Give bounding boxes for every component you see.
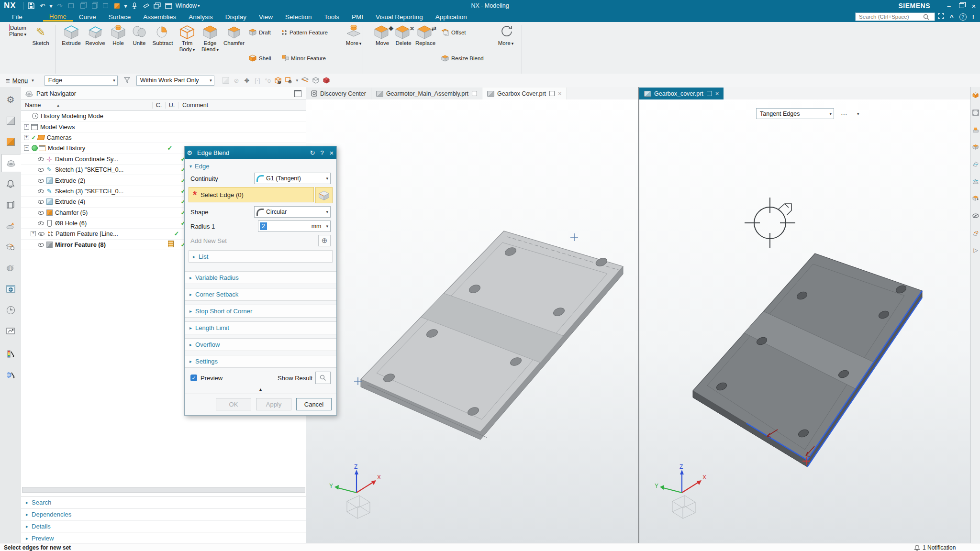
- modeling-scene[interactable]: Z X Y Z X Y: [306, 99, 970, 543]
- command-finder-icon[interactable]: !: [972, 13, 974, 21]
- chamfer-button[interactable]: Chamfer: [221, 25, 247, 46]
- eye-icon[interactable]: [37, 209, 45, 216]
- notifications-icon[interactable]: [2, 175, 19, 192]
- menu-view[interactable]: View: [253, 12, 279, 22]
- menu-home[interactable]: Home: [43, 12, 73, 22]
- command-search[interactable]: [855, 12, 935, 21]
- eye-icon[interactable]: [37, 242, 45, 248]
- help-icon[interactable]: ?: [959, 13, 967, 21]
- snap-arc-center-icon[interactable]: [301, 76, 310, 85]
- move-object-icon[interactable]: [971, 194, 980, 203]
- menu-button[interactable]: ≡ Menu ▾: [6, 77, 34, 85]
- minimize-button[interactable]: –: [943, 1, 955, 10]
- radius-value[interactable]: 2: [260, 222, 267, 230]
- extrude-button[interactable]: Extrude: [58, 25, 84, 46]
- snap-point-dialog-icon[interactable]: ✥: [242, 76, 252, 85]
- column-comment[interactable]: Comment: [178, 102, 306, 109]
- tree-row-history-modeling-mode[interactable]: History Modeling Mode: [21, 111, 306, 121]
- undock-panel-icon[interactable]: [294, 90, 301, 97]
- menu-surface[interactable]: Surface: [102, 12, 137, 22]
- eye-icon[interactable]: [37, 177, 45, 184]
- fullscreen-icon[interactable]: [938, 13, 944, 21]
- save-icon[interactable]: [26, 1, 36, 10]
- tooling-icon[interactable]: [971, 125, 980, 134]
- play-icon[interactable]: ▷: [971, 246, 980, 254]
- shell-tool-icon[interactable]: [971, 91, 980, 99]
- menu-application[interactable]: Application: [429, 12, 473, 22]
- chamfer-tool-icon[interactable]: [971, 143, 980, 151]
- undo-caret-icon[interactable]: ▾: [49, 1, 53, 10]
- part-display-icon[interactable]: [112, 1, 122, 10]
- tab-gearmotor-main-assembly[interactable]: Gearmotor_Main_Assembly.prt: [371, 88, 482, 99]
- tab-gearbox-cover[interactable]: Gearbox Cover.prt ×: [482, 88, 567, 99]
- resize-blend-button[interactable]: Resize Blend: [441, 53, 484, 64]
- sheet-surface-icon[interactable]: [971, 160, 980, 168]
- tree-row-cameras[interactable]: +✓Cameras: [21, 132, 306, 143]
- eye-icon[interactable]: [37, 220, 45, 226]
- snap-midpoint-icon[interactable]: [274, 76, 283, 85]
- constraint-navigator-icon[interactable]: [2, 133, 19, 150]
- color-palette-icon[interactable]: [2, 345, 19, 363]
- snap-intersection-icon[interactable]: [284, 76, 294, 85]
- tab-discovery-center[interactable]: Discovery Center: [306, 88, 371, 99]
- touch-mode-icon[interactable]: [141, 1, 151, 10]
- reuse-library-icon[interactable]: [2, 196, 19, 213]
- eye-icon[interactable]: [37, 156, 45, 162]
- overflow-section[interactable]: ▸Overflow: [185, 338, 336, 351]
- sync-more-button[interactable]: More▾: [493, 25, 519, 46]
- customize-quick-access-icon[interactable]: −: [203, 1, 212, 10]
- undo-icon[interactable]: ↶: [38, 1, 47, 10]
- stop-short-of-corner-section[interactable]: ▸Stop Short of Corner: [185, 305, 336, 318]
- shell-button[interactable]: Shell: [249, 53, 271, 64]
- variable-radius-section[interactable]: ▸Variable Radius: [185, 271, 336, 284]
- menu-tools[interactable]: Tools: [318, 12, 345, 22]
- restore-button[interactable]: [955, 1, 968, 10]
- selection-filter-icon[interactable]: [122, 76, 132, 85]
- menu-selection[interactable]: Selection: [279, 12, 318, 22]
- window-menu[interactable]: Window: [176, 2, 197, 9]
- replace-face-button[interactable]: ⇄ Replace: [412, 25, 438, 46]
- menu-visual-reporting[interactable]: Visual Reporting: [369, 12, 429, 22]
- close-tab-icon[interactable]: ×: [715, 90, 719, 97]
- draft-button[interactable]: Draft: [249, 27, 271, 38]
- assembly-navigator-icon[interactable]: [2, 112, 19, 129]
- continuity-dropdown[interactable]: G1 (Tangent) ▾: [254, 173, 331, 184]
- eye-icon[interactable]: [38, 231, 45, 237]
- dialog-title-bar[interactable]: ⚙ Edge Blend ↻ ? ×: [185, 146, 336, 159]
- web-browser-icon[interactable]: [2, 280, 19, 298]
- list-section[interactable]: ▸ List: [189, 250, 333, 263]
- type-filter-dropdown[interactable]: Edge ▾: [45, 76, 118, 86]
- draft-analysis-icon[interactable]: [971, 177, 980, 186]
- settings-section[interactable]: ▸Settings: [185, 355, 336, 368]
- part-display-caret-icon[interactable]: ▾: [124, 1, 128, 10]
- history-palette-icon[interactable]: [2, 301, 19, 319]
- radius-input[interactable]: 2 mm ▾: [258, 220, 331, 232]
- revolve-button[interactable]: Revolve: [82, 25, 108, 46]
- close-tab-icon[interactable]: ×: [558, 90, 562, 97]
- column-c[interactable]: C.: [152, 102, 165, 109]
- corner-setback-section[interactable]: ▸Corner Setback: [185, 288, 336, 301]
- close-button[interactable]: ×: [968, 1, 980, 10]
- column-name[interactable]: Name▴: [21, 102, 152, 109]
- snap-solid-icon[interactable]: [322, 76, 331, 85]
- cancel-button[interactable]: Cancel: [296, 398, 332, 410]
- panel-splitter[interactable]: [22, 487, 305, 493]
- mirror-feature-button[interactable]: Mirror Feature: [281, 53, 326, 64]
- notification-area[interactable]: 1 Notification: [907, 543, 956, 551]
- menu-display[interactable]: Display: [219, 12, 253, 22]
- minimize-ribbon-icon[interactable]: ^: [950, 13, 954, 21]
- eye-icon[interactable]: [37, 166, 45, 173]
- pop-out-window-icon[interactable]: [707, 91, 712, 96]
- subtract-button[interactable]: Subtract: [150, 25, 176, 46]
- add-new-set-button[interactable]: ⊕: [318, 235, 331, 246]
- visualization-icon[interactable]: [2, 366, 19, 384]
- snap-caret-icon[interactable]: ▾: [295, 76, 300, 85]
- dependencies-panel[interactable]: ▸Dependencies: [21, 508, 310, 520]
- search-input[interactable]: [858, 13, 923, 20]
- pop-out-window-icon[interactable]: [549, 91, 555, 96]
- menu-analysis[interactable]: Analysis: [182, 12, 219, 22]
- length-limit-section[interactable]: ▸Length Limit: [185, 321, 336, 334]
- menu-assemblies[interactable]: Assemblies: [137, 12, 182, 22]
- ok-button[interactable]: OK: [216, 398, 251, 410]
- process-studio-icon[interactable]: [2, 322, 19, 340]
